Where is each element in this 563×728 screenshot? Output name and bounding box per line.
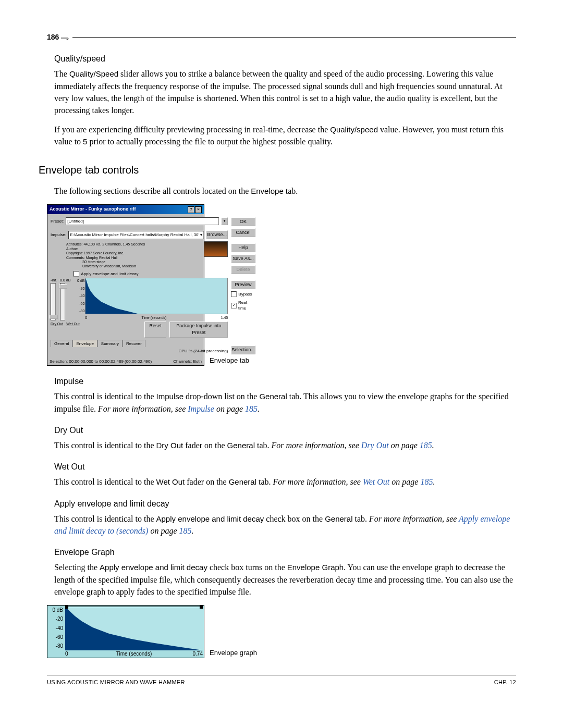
link-page[interactable]: 185 <box>420 477 433 486</box>
heading-quality-speed: Quality/speed <box>54 53 516 65</box>
ui-term: Dry Out <box>156 441 183 450</box>
ui-term: Wet Out <box>156 477 185 486</box>
apply-envelope-checkbox[interactable]: Apply envelope and limit decay <box>74 271 228 277</box>
help-icon[interactable]: ? <box>188 206 194 213</box>
attributes-text: Attributes: 44,100 Hz, 2 Channels, 1.45 … <box>66 242 202 246</box>
dryout-inf: -Inf. <box>51 278 57 283</box>
comments-text: Comments: Morphy Recital Hall 30' from s… <box>66 256 202 269</box>
tab-general[interactable]: General <box>51 340 72 348</box>
tab-summary[interactable]: Summary <box>97 340 123 348</box>
x-axis-label: Time (seconds) <box>65 650 203 658</box>
save-as-button[interactable]: Save As... <box>231 254 255 263</box>
y-axis: 0 dB -20 -40 -60 -80 <box>48 607 63 650</box>
cancel-button[interactable]: Cancel <box>231 228 255 237</box>
impulse-dropdown[interactable]: E:\Acoustic Mirror Impulse Files\Concert… <box>68 231 204 239</box>
ytick: -20 <box>74 286 84 291</box>
ytick: -20 <box>48 615 63 623</box>
ytick: -40 <box>48 625 63 633</box>
para: This control is identical to the Dry Out… <box>54 439 516 451</box>
page-header: 186 <box>47 31 516 43</box>
acoustic-mirror-dialog: Acoustic Mirror - Funky saxophone riff ?… <box>47 204 204 366</box>
envelope-graph-small[interactable]: 0 dB -20 -40 -60 -80 <box>85 278 228 314</box>
preset-value: [Untitled] <box>67 219 84 224</box>
link-impulse[interactable]: Impulse <box>188 404 214 413</box>
ui-term: Apply envelope and limit decay <box>100 563 207 572</box>
package-button[interactable]: Package Impulse into Preset <box>169 322 228 337</box>
text: The following sections describe all cont… <box>54 187 251 195</box>
ui-term: Quality/speed <box>330 125 378 134</box>
link-dry-out[interactable]: Dry Out <box>361 441 389 450</box>
envelope-line <box>65 607 203 608</box>
heading-envelope-graph: Envelope Graph <box>54 546 516 558</box>
text: For more information, see <box>273 477 363 486</box>
selection-button[interactable]: Selection... <box>231 346 255 354</box>
help-button[interactable]: Help <box>231 243 255 252</box>
impulse-value: E:\Acoustic Mirror Impulse Files\Concert… <box>70 232 202 237</box>
chevron-down-icon[interactable]: ▾ <box>221 217 228 225</box>
checkbox-icon <box>74 271 79 277</box>
ui-term: General <box>227 441 255 450</box>
impulse-label: Impulse: <box>51 232 66 238</box>
x-axis: 0 Time (seconds) 0.74 <box>65 650 203 658</box>
waveform-icon <box>65 607 203 650</box>
preview-button[interactable]: Preview <box>231 280 255 289</box>
heading-envelope-tab-controls: Envelope tab controls <box>39 163 516 178</box>
delete-button[interactable]: Delete <box>231 265 255 274</box>
text: tab. <box>284 187 298 195</box>
text: For more information, see <box>98 404 188 413</box>
text: fader on the <box>185 477 228 486</box>
text: . <box>258 404 260 413</box>
text: Selecting the <box>54 563 100 572</box>
bypass-checkbox[interactable]: Bypass <box>231 291 255 298</box>
link-page[interactable]: 185 <box>245 404 258 413</box>
tab-recover[interactable]: Recover <box>123 340 145 348</box>
para: The following sections describe all cont… <box>54 185 516 197</box>
ui-term: Quality/Speed <box>69 69 118 78</box>
close-icon[interactable]: × <box>195 206 202 213</box>
plot-area <box>65 607 203 650</box>
text: on page <box>389 477 420 486</box>
preset-dropdown[interactable]: [Untitled] <box>66 217 219 226</box>
envelope-point[interactable] <box>65 606 68 609</box>
impulse-thumbnail <box>204 241 228 257</box>
footer-right: CHP. 12 <box>494 678 516 687</box>
heading-wet-out: Wet Out <box>54 461 516 473</box>
para: This control is identical to the Impulse… <box>54 390 516 414</box>
para: Selecting the Apply envelope and limit d… <box>54 561 516 598</box>
ok-button[interactable]: OK <box>231 217 255 226</box>
dialog-status: Selection: 00:00:00.000 to 00:00:02.489 … <box>47 357 204 366</box>
wetout-val: 0.0 dB <box>60 278 70 283</box>
reset-button[interactable]: Reset <box>144 322 166 337</box>
figure-caption: Envelope tab <box>210 356 249 366</box>
text: tab. <box>353 514 370 523</box>
realtime-checkbox[interactable]: ✓Real-time <box>231 300 255 312</box>
dialog-title: Acoustic Mirror - Funky saxophone riff <box>50 206 136 213</box>
dryout-fader[interactable] <box>51 283 56 320</box>
page-number: 186 <box>47 32 59 42</box>
envelope-point[interactable] <box>200 606 203 609</box>
channels-text: Channels: Both <box>173 359 202 365</box>
para: If you are experiencing difficulty previ… <box>54 124 516 147</box>
text: This control is identical to the <box>54 441 156 450</box>
cpu-status: CPU % (24-bit processing) <box>51 348 228 354</box>
ytick: 0 dB <box>74 278 84 283</box>
text: This control is identical to the <box>54 392 156 401</box>
header-rule <box>72 37 516 38</box>
selection-text: Selection: 00:00:00.000 to 00:00:02.489 … <box>50 359 152 365</box>
apply-envelope-label: Apply envelope and limit decay <box>81 271 138 277</box>
xref: For more information, see Wet Out on pag… <box>273 477 435 486</box>
wetout-fader[interactable] <box>60 283 65 320</box>
ui-term: Impulse <box>156 392 184 401</box>
text: on page <box>389 441 420 450</box>
link-wet-out[interactable]: Wet Out <box>363 477 389 486</box>
ytick: -80 <box>48 643 63 650</box>
author-text: Author: <box>66 247 202 251</box>
tab-envelope[interactable]: Envelope <box>72 340 97 348</box>
browse-button[interactable]: Browse... <box>206 230 228 239</box>
header-arrow-icon <box>61 31 70 43</box>
ui-term: General <box>229 477 256 486</box>
text: . <box>433 477 435 486</box>
link-page[interactable]: 185 <box>420 441 432 450</box>
text: For more information, see <box>272 441 361 450</box>
link-page[interactable]: 185 <box>179 526 192 535</box>
